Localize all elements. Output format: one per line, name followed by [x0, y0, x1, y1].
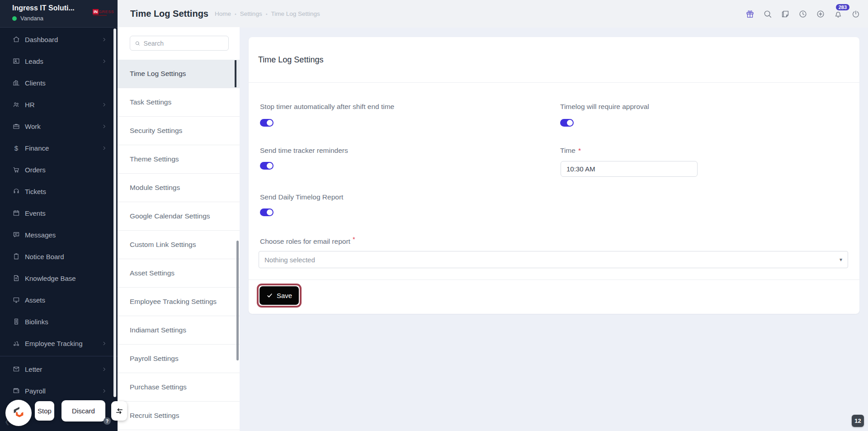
require-approval-toggle[interactable]: [560, 119, 574, 127]
top-header-bar: Time Log Settings Home • Settings • Time…: [118, 0, 868, 28]
chevron-right-icon: [102, 341, 107, 346]
logo-text-secondary: GRESS: [99, 9, 114, 14]
stop-timer-button[interactable]: Stop: [35, 401, 54, 421]
card-divider: [249, 279, 859, 280]
page-count-badge: 12: [852, 415, 864, 427]
help-badge[interactable]: ?: [104, 417, 111, 425]
sidebar-item-label: HR: [25, 101, 35, 109]
chevron-right-icon: [102, 59, 107, 64]
sidebar-item-messages[interactable]: Messages: [0, 224, 118, 246]
breadcrumb-separator: •: [266, 11, 268, 17]
sidebar-item-label: Messages: [25, 231, 56, 239]
power-icon[interactable]: [851, 9, 861, 19]
roles-select[interactable]: Nothing selected ▾: [259, 251, 848, 268]
sidebar-item-dashboard[interactable]: Dashboard: [0, 28, 118, 50]
settings-search-input[interactable]: [144, 40, 224, 47]
notes-icon[interactable]: [780, 9, 790, 19]
sidebar-item-payroll[interactable]: Payroll: [0, 380, 118, 402]
breadcrumb-home[interactable]: Home: [215, 10, 231, 17]
sidebar-item-employee-tracking[interactable]: Employee Tracking: [0, 332, 118, 354]
sidebar-item-notice-board[interactable]: Notice Board: [0, 246, 118, 267]
search-icon[interactable]: [763, 9, 773, 19]
settings-search[interactable]: [130, 36, 229, 51]
settings-nav-item-payroll[interactable]: Payroll Settings: [118, 345, 240, 373]
chat-icon: [12, 231, 20, 239]
sidebar-item-label: Leads: [25, 57, 43, 65]
dollar-icon: $: [12, 144, 20, 152]
settings-nav-item-recruit[interactable]: Recruit Settings: [118, 402, 240, 430]
sidebar-item-label: Clients: [25, 79, 46, 87]
save-button[interactable]: Save: [259, 286, 299, 305]
sidebar-item-label: Tickets: [25, 188, 46, 195]
settings-panel-scrollbar[interactable]: [236, 241, 239, 360]
required-asterisk: *: [353, 236, 355, 243]
sidebar-item-work[interactable]: Work: [0, 115, 118, 137]
sidebar-item-label: Events: [25, 209, 46, 217]
sidebar-item-knowledge-base[interactable]: Knowledge Base: [0, 267, 118, 289]
toggle-knob: [567, 120, 573, 126]
monitor-icon: [12, 296, 20, 304]
settings-nav-item-google-calendar[interactable]: Google Calendar Settings: [118, 202, 240, 231]
settings-nav-item-indiamart[interactable]: Indiamart Settings: [118, 316, 240, 345]
user-name: Vandana: [20, 15, 43, 22]
scooter-icon: [12, 339, 20, 347]
plus-circle-icon[interactable]: [816, 9, 826, 19]
settings-nav-item-theme[interactable]: Theme Settings: [118, 145, 240, 174]
timer-app-logo[interactable]: [5, 400, 32, 426]
sidebar-item-label: Dashboard: [25, 36, 58, 43]
tracker-reminders-label: Send time tracker reminders: [260, 147, 348, 155]
settings-nav-item-time-log[interactable]: Time Log Settings: [118, 60, 240, 88]
sidebar-item-label: Knowledge Base: [25, 275, 76, 282]
discard-timer-button[interactable]: Discard: [61, 400, 105, 422]
chevron-right-icon: [102, 146, 107, 151]
logo-text-primary: IN: [93, 9, 99, 14]
logo-tagline-bar: [93, 15, 107, 16]
settings-nav-item-employee-tracking[interactable]: Employee Tracking Settings: [118, 288, 240, 316]
save-button-focus-ring[interactable]: Save: [257, 284, 302, 308]
check-icon: [266, 292, 273, 299]
sidebar-item-label: Assets: [25, 296, 45, 304]
settings-nav-item-asset[interactable]: Asset Settings: [118, 259, 240, 288]
id-badge-icon: [12, 317, 20, 326]
sidebar-item-hr[interactable]: HR: [0, 94, 118, 115]
sidebar-item-clients[interactable]: Clients: [0, 72, 118, 94]
settings-nav-item-module[interactable]: Module Settings: [118, 174, 240, 202]
settings-nav-item-custom-link[interactable]: Custom Link Settings: [118, 231, 240, 259]
main-content: Time Log Settings Stop timer automatical…: [240, 28, 868, 431]
breadcrumb-settings[interactable]: Settings: [240, 10, 262, 17]
logo-mark-icon: [11, 405, 26, 421]
company-header[interactable]: Ingress IT Soluti... Vandana INGRESS: [0, 0, 118, 28]
stop-timer-toggle[interactable]: [260, 119, 274, 127]
breadcrumb: Home • Settings • Time Log Settings: [215, 10, 320, 17]
settings-nav-item-security[interactable]: Security Settings: [118, 117, 240, 145]
sidebar-item-biolinks[interactable]: Biolinks: [0, 311, 118, 332]
bell-icon[interactable]: 283: [833, 9, 843, 19]
gift-icon[interactable]: [745, 9, 755, 19]
time-input[interactable]: [561, 161, 698, 177]
tracker-reminders-toggle[interactable]: [260, 162, 274, 170]
envelope-icon: [12, 365, 20, 373]
sidebar-scrollbar[interactable]: [113, 28, 116, 397]
sidebar-item-orders[interactable]: Orders: [0, 159, 118, 180]
notification-count-badge: 283: [836, 4, 849, 10]
document-icon: [12, 274, 20, 282]
save-button-label: Save: [277, 292, 292, 299]
clock-icon[interactable]: [798, 9, 808, 19]
settings-nav-item-task[interactable]: Task Settings: [118, 88, 240, 117]
require-approval-label: Timelog will require approval: [560, 103, 649, 111]
sidebar-item-finance[interactable]: $ Finance: [0, 137, 118, 159]
sidebar-item-assets[interactable]: Assets: [0, 289, 118, 311]
sidebar-item-letter[interactable]: Letter: [0, 358, 118, 380]
sidebar-item-tickets[interactable]: Tickets: [0, 180, 118, 202]
settings-nav-item-purchase[interactable]: Purchase Settings: [118, 373, 240, 402]
app-sidebar: Ingress IT Soluti... Vandana INGRESS Das…: [0, 0, 118, 431]
breadcrumb-current: Time Log Settings: [271, 10, 320, 17]
sidebar-item-events[interactable]: Events: [0, 202, 118, 224]
card-title: Time Log Settings: [258, 55, 323, 65]
swap-arrows-button[interactable]: [111, 401, 127, 421]
toggle-knob: [267, 120, 273, 126]
swap-arrows-icon: [115, 407, 124, 416]
daily-report-toggle[interactable]: [260, 208, 274, 216]
sidebar-item-leads[interactable]: Leads: [0, 50, 118, 72]
cart-icon: [12, 166, 20, 174]
